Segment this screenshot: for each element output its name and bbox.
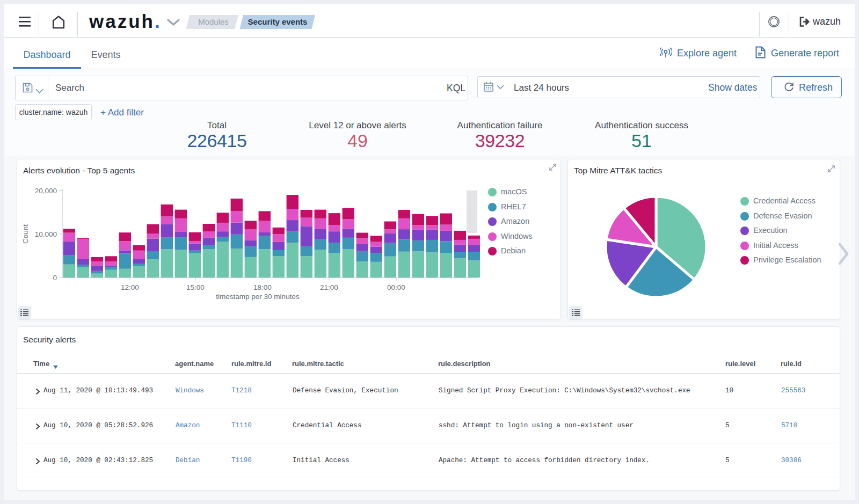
svg-text:10,000: 10,000 [35, 230, 57, 238]
svg-text:15:00: 15:00 [186, 283, 205, 291]
svg-text:timestamp per 30 minutes: timestamp per 30 minutes [216, 293, 300, 301]
svg-text:0: 0 [53, 274, 57, 282]
svg-text:18:00: 18:00 [253, 283, 272, 291]
svg-text:20,000: 20,000 [35, 187, 57, 195]
svg-text:12:00: 12:00 [121, 283, 139, 291]
svg-text:Count: Count [21, 224, 30, 244]
svg-text:21:00: 21:00 [320, 283, 338, 291]
svg-text:00:00: 00:00 [387, 283, 405, 291]
